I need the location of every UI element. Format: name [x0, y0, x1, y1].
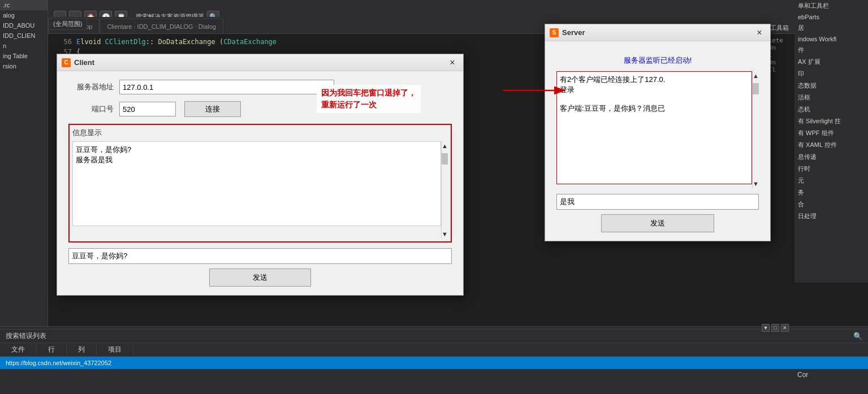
server-send-button[interactable]: 发送: [601, 214, 714, 232]
right-panel: 单和工具栏 ebParts 居 indows Workfl 件 AX 扩展 印 …: [794, 0, 868, 283]
client-dialog-close-button[interactable]: ×: [446, 57, 459, 69]
right-item-10[interactable]: 态机: [794, 103, 868, 115]
server-dialog-close-button[interactable]: ×: [753, 27, 766, 39]
client-dialog-body: 服务器地址 端口号 连接 信息显示 ▲ ▼ 发送: [57, 71, 463, 295]
sidebar-item-alog[interactable]: alog: [0, 10, 47, 20]
sidebar-item-rc[interactable]: .rc: [0, 0, 47, 10]
server-status-text: 服务器监听已经启动!: [556, 55, 759, 66]
scroll-up-icon[interactable]: ▲: [442, 141, 448, 150]
server-dialog-titlebar: S Server ×: [545, 24, 770, 41]
cor-text: Cor: [794, 370, 868, 380]
right-item-9[interactable]: 活框: [794, 92, 868, 103]
col-file: 文件: [0, 345, 37, 354]
line-number-56: 56: [54, 37, 76, 47]
server-address-input[interactable]: [119, 80, 334, 94]
right-item-18[interactable]: 合: [794, 198, 868, 210]
search-errors-label: 搜索错误列表: [6, 331, 46, 341]
scroll-down-icon[interactable]: ▼: [442, 230, 448, 239]
right-item-19[interactable]: 日处理: [794, 210, 868, 222]
scope-dropdown[interactable]: (全局范围): [48, 18, 87, 30]
right-item-15[interactable]: 行时: [794, 163, 868, 175]
server-scrollbar[interactable]: ▲ ▼: [752, 71, 759, 188]
server-scrollbar-thumb[interactable]: [753, 83, 759, 94]
search-errors-search-btn[interactable]: 🔍: [853, 332, 862, 340]
server-dialog-title: Server: [562, 28, 753, 37]
col-line: 行: [37, 345, 67, 354]
server-dialog-body: 服务器监听已经启动! ▲ ▼ 发送: [545, 41, 770, 241]
server-address-row: 服务器地址: [68, 80, 452, 94]
right-item-5[interactable]: 件: [794, 44, 868, 56]
tab-dialog[interactable]: Clientare · IDD_CLIM_DIALOG · Dialog: [100, 19, 223, 33]
server-info-textarea[interactable]: [556, 71, 752, 184]
sidebar-item-n[interactable]: n: [0, 41, 47, 51]
server-dialog-icon: S: [550, 28, 559, 37]
info-section: 信息显示 ▲ ▼: [68, 124, 452, 243]
col-col: 列: [67, 345, 97, 354]
server-dialog: S Server × 服务器监听已经启动! ▲ ▼ 发送: [545, 24, 771, 241]
right-item-17[interactable]: 务: [794, 187, 868, 198]
right-item-4[interactable]: indows Workfl: [794, 34, 868, 44]
code-text-56: Elvoid CClientDlg:: DoDataExchange (CDat…: [76, 37, 277, 47]
search-errors-bar: 搜索错误列表 🔍: [0, 330, 868, 343]
port-label: 端口号: [68, 104, 114, 114]
right-item-8[interactable]: 态数据: [794, 80, 868, 92]
client-dialog: C Client × 服务器地址 端口号 连接 信息显示 ▲ ▼: [57, 54, 464, 296]
client-dialog-icon: C: [62, 58, 71, 67]
right-item-1[interactable]: 单和工具栏: [794, 0, 868, 12]
minimize-icon[interactable]: ▼: [762, 324, 770, 332]
close-icon[interactable]: ✕: [781, 324, 789, 332]
right-item-2[interactable]: ebParts: [794, 12, 868, 22]
info-scrollbar[interactable]: ▲ ▼: [441, 141, 448, 239]
client-send-input[interactable]: [68, 248, 452, 264]
sidebar-item-idd-clien[interactable]: IDD_CLIEN: [0, 31, 47, 41]
right-item-11[interactable]: 有 Silverlight 拄: [794, 115, 868, 127]
sidebar-item-rsion[interactable]: rsion: [0, 61, 47, 71]
server-send-input[interactable]: [556, 194, 759, 210]
bottom-bar: ▼ □ ✕ 搜索错误列表 🔍 文件 行 列 项目 https://blog.cs…: [0, 326, 868, 394]
right-item-6[interactable]: AX 扩展: [794, 56, 868, 68]
client-dialog-title: Client: [74, 58, 446, 67]
url-bar: https://blog.csdn.net/weixin_43722052: [0, 357, 868, 369]
right-item-3[interactable]: 居: [794, 22, 868, 34]
col-project: 项目: [97, 345, 133, 354]
info-label: 信息显示: [72, 128, 448, 138]
client-send-button[interactable]: 发送: [209, 269, 311, 287]
client-send-row: [68, 248, 452, 264]
port-row: 端口号 连接: [68, 101, 452, 117]
server-address-label: 服务器地址: [68, 82, 114, 92]
right-item-12[interactable]: 有 WPF 组件: [794, 127, 868, 139]
sidebar-item-idd-abou[interactable]: IDD_ABOU: [0, 20, 47, 31]
connect-button[interactable]: 连接: [184, 101, 241, 117]
right-item-14[interactable]: 息传递: [794, 151, 868, 163]
bottom-columns: 文件 行 列 项目: [0, 343, 868, 357]
port-input[interactable]: [119, 102, 176, 116]
sidebar-item-table[interactable]: ing Table: [0, 51, 47, 61]
info-textarea[interactable]: [72, 141, 441, 226]
right-item-16[interactable]: 元: [794, 175, 868, 187]
client-dialog-titlebar: C Client ×: [57, 54, 463, 71]
right-item-13[interactable]: 有 XAML 控件: [794, 139, 868, 151]
server-scroll-down-icon[interactable]: ▼: [753, 179, 759, 188]
right-item-7[interactable]: 印: [794, 68, 868, 80]
url-text: https://blog.csdn.net/weixin_43722052: [6, 360, 111, 366]
scrollbar-thumb[interactable]: [442, 153, 448, 164]
server-scroll-up-icon[interactable]: ▲: [753, 71, 759, 80]
restore-icon[interactable]: □: [771, 324, 779, 332]
